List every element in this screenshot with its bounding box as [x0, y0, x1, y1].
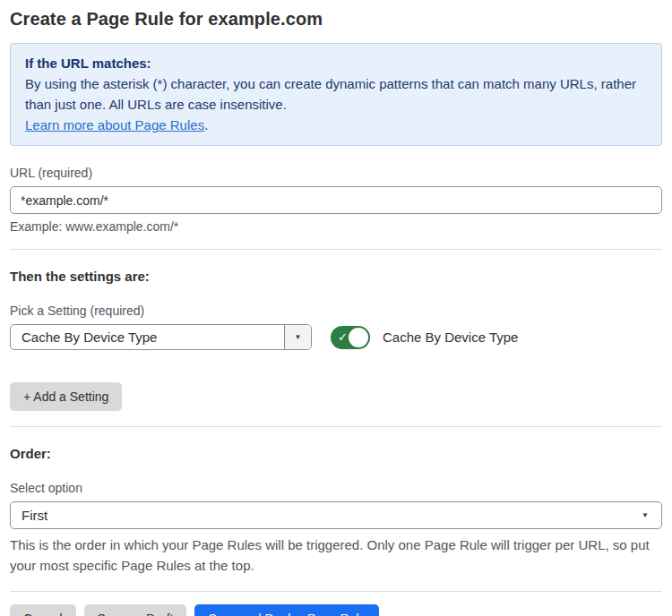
order-section-heading: Order:	[10, 446, 662, 461]
link-period: .	[204, 117, 208, 133]
pick-setting-label: Pick a Setting (required)	[10, 304, 662, 318]
info-box-body: By using the asterisk (*) character, you…	[25, 73, 647, 115]
url-field-label: URL (required)	[10, 166, 662, 180]
setting-dropdown-arrow-button[interactable]: ▼	[284, 325, 311, 349]
save-as-draft-button[interactable]: Save as Draft	[84, 604, 187, 616]
order-select[interactable]: First ▼	[10, 501, 662, 529]
order-select-label: Select option	[10, 481, 662, 495]
info-box-heading: If the URL matches:	[25, 53, 647, 73]
create-page-rule-form: Create a Page Rule for example.com If th…	[0, 0, 672, 616]
order-help-text: This is the order in which your Page Rul…	[10, 535, 662, 576]
info-box-link-line: Learn more about Page Rules.	[25, 115, 647, 135]
divider	[10, 249, 662, 250]
add-setting-button[interactable]: + Add a Setting	[10, 382, 122, 411]
toggle-knob	[349, 328, 368, 347]
chevron-down-icon: ▼	[295, 334, 302, 341]
cache-by-device-type-toggle[interactable]: ✓	[331, 326, 370, 349]
form-actions: Cancel Save as Draft Save and Deploy Pag…	[10, 604, 662, 616]
setting-row: Cache By Device Type ▼ ✓ Cache By Device…	[10, 324, 662, 350]
toggle-label: Cache By Device Type	[383, 329, 518, 345]
url-input[interactable]	[10, 186, 662, 214]
settings-section-heading: Then the settings are:	[10, 269, 662, 284]
setting-dropdown[interactable]: Cache By Device Type ▼	[10, 324, 312, 350]
url-example-hint: Example: www.example.com/*	[10, 219, 662, 234]
order-select-value: First	[22, 508, 642, 523]
setting-dropdown-value: Cache By Device Type	[11, 325, 284, 349]
check-icon: ✓	[338, 330, 348, 344]
page-title: Create a Page Rule for example.com	[10, 9, 662, 30]
divider	[10, 426, 662, 427]
chevron-down-icon: ▼	[642, 512, 649, 519]
cancel-button[interactable]: Cancel	[10, 604, 76, 616]
save-and-deploy-button[interactable]: Save and Deploy Page Rule	[194, 604, 379, 616]
url-matches-info-box: If the URL matches: By using the asteris…	[10, 43, 662, 146]
learn-more-link[interactable]: Learn more about Page Rules	[25, 117, 204, 133]
divider	[10, 591, 662, 592]
